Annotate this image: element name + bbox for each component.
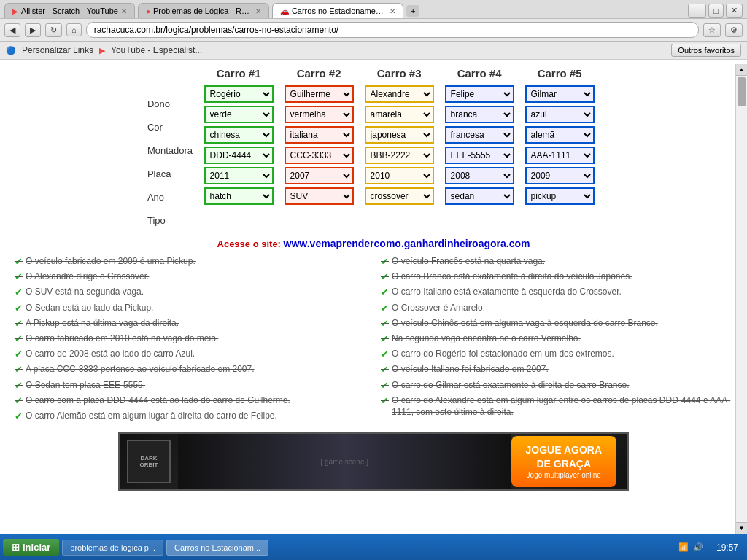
car-1-select-0[interactable]: RogérioGuilhermeAlexandreFelipeGilmar (204, 85, 274, 103)
bookmark-personalizar[interactable]: Personalizar Links (22, 45, 93, 55)
car-1-select-4[interactable]: 20112007201020082009 (204, 167, 274, 184)
car-col-5: Carro #5RogérioGuilhermeAlexandreFelipeG… (519, 67, 600, 208)
car-5-select-4[interactable]: 20112007201020082009 (525, 167, 595, 184)
minimize-button[interactable]: — (688, 4, 706, 18)
car-3-row-0: RogérioGuilhermeAlexandreFelipeGilmar (365, 85, 434, 103)
label-ano: Ano (147, 187, 193, 207)
maximize-button[interactable]: □ (708, 4, 724, 18)
car-3-select-3[interactable]: DDD-4444CCC-3333BBB-2222EEE-5555AAA-1111 (365, 147, 434, 164)
ad-btn-sub: Jogo multiplayer online (526, 470, 603, 480)
car-3-select-2[interactable]: chinesaitalianajaponesafrancesaalemã (365, 126, 434, 144)
car-3-row-5: hatchSUVcrossoversedanpickup (365, 187, 434, 205)
car-4-row-3: DDD-4444CCC-3333BBB-2222EEE-5555AAA-1111 (445, 147, 514, 164)
check-icon-left-3: ✔ (15, 302, 23, 315)
clue-right-2: ✔O carro Italiano está exatamente à esqu… (381, 286, 732, 299)
clue-left-4: ✔A Pickup está na última vaga da direita… (15, 317, 366, 330)
car-1-select-1[interactable]: verdevermelhaamarelabrancaazul (204, 106, 274, 123)
tools-button[interactable]: ⚙ (725, 23, 743, 37)
car-4-select-3[interactable]: DDD-4444CCC-3333BBB-2222EEE-5555AAA-1111 (445, 147, 514, 164)
tab-1-close[interactable]: ✕ (255, 7, 261, 15)
scroll-up-button[interactable]: ▲ (736, 64, 747, 76)
check-icon-left-7: ✔ (15, 363, 23, 376)
bookmark-youtube[interactable]: YouTube - Especialist... (111, 45, 202, 55)
address-bar[interactable] (86, 22, 699, 38)
car-3-select-5[interactable]: hatchSUVcrossoversedanpickup (365, 187, 434, 205)
car-5-select-2[interactable]: chinesaitalianajaponesafrancesaalemã (525, 126, 595, 144)
clue-left-10: ✔O carro Alemão está em algum lugar à di… (15, 410, 366, 423)
car-5-select-0[interactable]: RogérioGuilhermeAlexandreFelipeGilmar (525, 85, 595, 103)
tab-2[interactable]: 🚗 Carros no Estacionamento - Pr... ✕ (272, 3, 403, 18)
car-5-row-2: chinesaitalianajaponesafrancesaalemã (525, 126, 595, 144)
ad-play-button[interactable]: JOGUE AGORA DE GRAÇA Jogo multiplayer on… (511, 436, 617, 486)
car-1-select-5[interactable]: hatchSUVcrossoversedanpickup (204, 187, 274, 205)
check-icon-left-9: ✔ (15, 394, 23, 408)
clue-right-0: ✔O veículo Francês está na quarta vaga. (381, 255, 732, 268)
car-2-row-5: hatchSUVcrossoversedanpickup (285, 187, 354, 205)
tab-0[interactable]: ▶ Allister - Scratch - YouTube ✕ (4, 3, 135, 18)
ad-logo: DARKORBIT (127, 440, 171, 483)
car-3-select-4[interactable]: 20112007201020082009 (365, 167, 434, 184)
refresh-button[interactable]: ↻ (45, 23, 62, 37)
forward-button[interactable]: ▶ (25, 23, 41, 37)
check-icon-right-7: ✔ (381, 363, 389, 376)
check-icon-left-0: ✔ (15, 255, 23, 268)
car-3-select-0[interactable]: RogérioGuilhermeAlexandreFelipeGilmar (365, 85, 434, 103)
car-5-select-3[interactable]: DDD-4444CCC-3333BBB-2222EEE-5555AAA-1111 (525, 147, 595, 164)
check-icon-left-8: ✔ (15, 379, 23, 392)
favorites-button[interactable]: Outros favoritos (671, 44, 741, 57)
car-4-select-0[interactable]: RogérioGuilhermeAlexandreFelipeGilmar (445, 85, 514, 103)
car-4-row-4: 20112007201020082009 (445, 167, 514, 184)
check-icon-right-3: ✔ (381, 302, 389, 315)
car-5-row-5: hatchSUVcrossoversedanpickup (525, 187, 595, 205)
tab-bar: ▶ Allister - Scratch - YouTube ✕ ● Probl… (0, 0, 747, 19)
tab-2-close[interactable]: ✕ (390, 7, 395, 15)
car-header-5: Carro #5 (538, 67, 582, 79)
car-2-select-3[interactable]: DDD-4444CCC-3333BBB-2222EEE-5555AAA-1111 (285, 147, 354, 164)
car-4-select-4[interactable]: 20112007201020082009 (445, 167, 514, 184)
car-4-select-1[interactable]: verdevermelhaamarelabrancaazul (445, 106, 514, 123)
ad-visual: [ game scene ] (178, 434, 511, 489)
ad-btn-line2: DE GRAÇA (526, 457, 603, 470)
car-5-select-5[interactable]: hatchSUVcrossoversedanpickup (525, 187, 595, 205)
car-2-select-5[interactable]: hatchSUVcrossoversedanpickup (285, 187, 354, 205)
car-4-select-2[interactable]: chinesaitalianajaponesafrancesaalemã (445, 126, 514, 144)
car-1-select-2[interactable]: chinesaitalianajaponesafrancesaalemã (204, 126, 274, 144)
browser-controls: ◀ ▶ ↻ ⌂ ☆ ⚙ (0, 19, 747, 42)
clue-left-1: ✔O Alexandre dirige o Crossover. (15, 271, 366, 284)
scrollbar[interactable]: ▲ ▼ (735, 64, 747, 505)
car-2-select-2[interactable]: chinesaitalianajaponesafrancesaalemã (285, 126, 354, 144)
star-button[interactable]: ☆ (703, 23, 721, 37)
check-icon-right-5: ✔ (381, 332, 389, 346)
check-icon-right-0: ✔ (381, 255, 389, 268)
car-1-row-1: verdevermelhaamarelabrancaazul (204, 106, 274, 123)
promo-url: www.vemaprendercomo.ganhardinheiroagora.… (284, 238, 530, 249)
car-2-select-4[interactable]: 20112007201020082009 (285, 167, 354, 184)
car-1-row-2: chinesaitalianajaponesafrancesaalemã (204, 126, 274, 144)
new-tab-button[interactable]: + (406, 5, 419, 17)
car-3-select-1[interactable]: verdevermelhaamarelabrancaazul (365, 106, 434, 123)
car-2-select-0[interactable]: RogérioGuilhermeAlexandreFelipeGilmar (285, 85, 354, 103)
clue-left-2: ✔O SUV está na segunda vaga. (15, 286, 366, 299)
scroll-thumb[interactable] (738, 77, 746, 106)
clue-right-4: ✔O veículo Chinês está em alguma vaga à … (381, 317, 732, 330)
car-2-row-2: chinesaitalianajaponesafrancesaalemã (285, 126, 354, 144)
clue-right-8: ✔O carro do Gilmar está exatamente à dir… (381, 379, 732, 392)
clue-right-6: ✔O carro do Rogério foi estacionado em u… (381, 348, 732, 361)
home-button[interactable]: ⌂ (66, 23, 82, 36)
cars-columns: Carro #1RogérioGuilhermeAlexandreFelipeG… (198, 67, 600, 208)
tab-1[interactable]: ● Problemas de Lógica - Racha C... ✕ (138, 3, 269, 18)
car-1-row-5: hatchSUVcrossoversedanpickup (204, 187, 274, 205)
car-4-select-5[interactable]: hatchSUVcrossoversedanpickup (445, 187, 514, 205)
car-2-row-0: RogérioGuilhermeAlexandreFelipeGilmar (285, 85, 354, 103)
check-icon-left-2: ✔ (15, 286, 23, 299)
car-1-select-3[interactable]: DDD-4444CCC-3333BBB-2222EEE-5555AAA-1111 (204, 147, 274, 164)
car-5-select-1[interactable]: verdevermelhaamarelabrancaazul (525, 106, 595, 123)
car-header-4: Carro #4 (457, 67, 502, 79)
close-button[interactable]: ✕ (726, 4, 743, 18)
clue-right-5: ✔Na segunda vaga encontra-se o carro Ver… (381, 332, 732, 346)
car-2-select-1[interactable]: verdevermelhaamarelabrancaazul (285, 106, 354, 123)
tab-2-label: Carros no Estacionamento - Pr... (292, 7, 387, 15)
tab-0-close[interactable]: ✕ (121, 7, 127, 15)
back-button[interactable]: ◀ (4, 23, 20, 37)
check-icon-right-1: ✔ (381, 271, 389, 284)
